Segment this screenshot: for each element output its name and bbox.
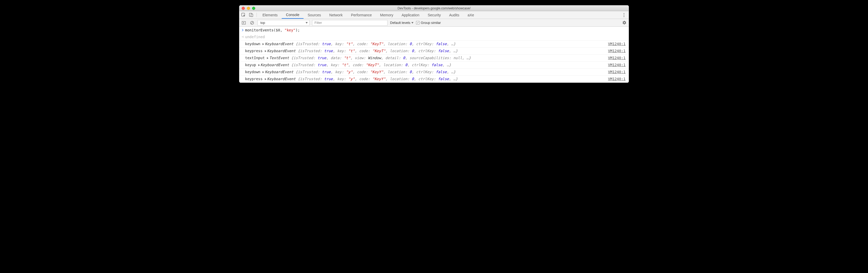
devtools-window: DevTools - developers.google.com/web/sho… (239, 5, 629, 83)
log-content: textInput TextEvent {isTrusted: true, da… (245, 55, 608, 61)
expand-icon[interactable] (267, 57, 269, 59)
tab-sources[interactable]: Sources (304, 11, 325, 19)
event-label: keypress (245, 77, 265, 81)
divider (256, 13, 257, 17)
svg-point-9 (242, 37, 242, 37)
tab-application[interactable]: Application (397, 11, 424, 19)
log-content: keydown KeyboardEvent {isTrusted: true, … (245, 41, 608, 47)
svg-point-4 (623, 14, 624, 15)
console-log-row[interactable]: textInput TextEvent {isTrusted: true, da… (239, 55, 629, 62)
event-label: keypress (245, 49, 265, 53)
chevron-down-icon (306, 22, 308, 24)
inspect-element-icon[interactable] (239, 11, 247, 19)
filter-placeholder: Filter (314, 21, 322, 25)
source-link[interactable]: VM1240:1 (608, 62, 627, 68)
console-log-row[interactable]: keyup KeyboardEvent {isTrusted: true, ke… (239, 62, 629, 69)
context-selector[interactable]: top (257, 20, 310, 26)
close-icon[interactable] (242, 7, 245, 10)
tab-performance[interactable]: Performance (347, 11, 376, 19)
expand-icon[interactable] (265, 50, 267, 52)
minimize-icon[interactable] (247, 7, 250, 10)
console-settings-icon[interactable] (621, 20, 627, 26)
expand-icon[interactable] (265, 78, 267, 80)
console-input-content: monitorEvents($0, "key"); (245, 27, 627, 33)
tab-elements[interactable]: Elements (258, 11, 282, 19)
log-levels-selector[interactable]: Default levels (390, 21, 413, 25)
object-name: KeyboardEvent (261, 63, 291, 67)
object-name: TextEvent (269, 56, 291, 60)
log-levels-label: Default levels (390, 21, 410, 25)
console-result-row: undefined (239, 33, 629, 40)
prompt-icon (240, 27, 245, 33)
object-name: KeyboardEvent (265, 42, 296, 46)
log-content: keyup KeyboardEvent {isTrusted: true, ke… (245, 62, 608, 68)
console-toolbar: top Filter Default levels ✓ Group simila… (239, 19, 629, 27)
object-name: KeyboardEvent (267, 77, 298, 81)
console-input-row[interactable]: monitorEvents($0, "key"); (239, 27, 629, 33)
console-log-row[interactable]: keypress KeyboardEvent {isTrusted: true,… (239, 47, 629, 55)
event-label: keyup (245, 63, 258, 67)
svg-rect-2 (251, 14, 253, 16)
chevron-down-icon (411, 22, 413, 24)
expand-icon[interactable] (262, 43, 264, 45)
more-menu-icon[interactable] (621, 13, 627, 17)
source-link[interactable]: VM1240:1 (608, 48, 627, 54)
window-controls (239, 7, 255, 10)
panel-tabbar: ElementsConsoleSourcesNetworkPerformance… (239, 11, 629, 19)
console-body: monitorEvents($0, "key"); undefined keyd… (239, 27, 629, 82)
execute-icon[interactable] (241, 20, 247, 26)
console-result-value: undefined (245, 34, 627, 40)
console-log-row[interactable]: keydown KeyboardEvent {isTrusted: true, … (239, 69, 629, 75)
source-link[interactable]: VM1240:1 (608, 69, 627, 75)
console-log-row[interactable]: keydown KeyboardEvent {isTrusted: true, … (239, 40, 629, 47)
clear-console-icon[interactable] (249, 20, 255, 26)
titlebar: DevTools - developers.google.com/web/sho… (239, 5, 629, 11)
object-name: KeyboardEvent (267, 49, 298, 53)
tab-axe[interactable]: aXe (463, 11, 478, 19)
device-toolbar-icon[interactable] (247, 11, 255, 19)
tab-security[interactable]: Security (424, 11, 445, 19)
event-label: keydown (245, 70, 262, 74)
log-content: keypress KeyboardEvent {isTrusted: true,… (245, 76, 608, 82)
source-link[interactable]: VM1240:1 (608, 41, 627, 47)
console-log-row[interactable]: keypress KeyboardEvent {isTrusted: true,… (239, 75, 629, 82)
svg-point-3 (623, 13, 624, 14)
svg-line-8 (251, 22, 253, 24)
context-selector-value: top (260, 21, 265, 25)
log-content: keypress KeyboardEvent {isTrusted: true,… (245, 48, 608, 54)
event-label: textInput (245, 56, 267, 60)
event-label: keydown (245, 42, 262, 46)
tab-console[interactable]: Console (282, 11, 303, 19)
source-link[interactable]: VM1240:1 (608, 76, 627, 82)
tab-memory[interactable]: Memory (376, 11, 398, 19)
filter-input[interactable]: Filter (312, 20, 388, 26)
source-link[interactable]: VM1240:1 (608, 55, 627, 61)
expand-icon[interactable] (262, 71, 264, 73)
checkbox-icon: ✓ (416, 21, 420, 24)
svg-point-5 (623, 16, 624, 17)
result-icon (240, 34, 245, 40)
object-name: KeyboardEvent (265, 70, 296, 74)
log-content: keydown KeyboardEvent {isTrusted: true, … (245, 69, 608, 75)
window-title: DevTools - developers.google.com/web/sho… (398, 6, 471, 10)
zoom-icon[interactable] (252, 7, 255, 10)
group-similar-checkbox[interactable]: ✓ Group similar (416, 21, 441, 25)
tab-audits[interactable]: Audits (445, 11, 463, 19)
expand-icon[interactable] (258, 64, 260, 66)
tab-network[interactable]: Network (325, 11, 347, 19)
group-similar-label: Group similar (421, 21, 441, 25)
